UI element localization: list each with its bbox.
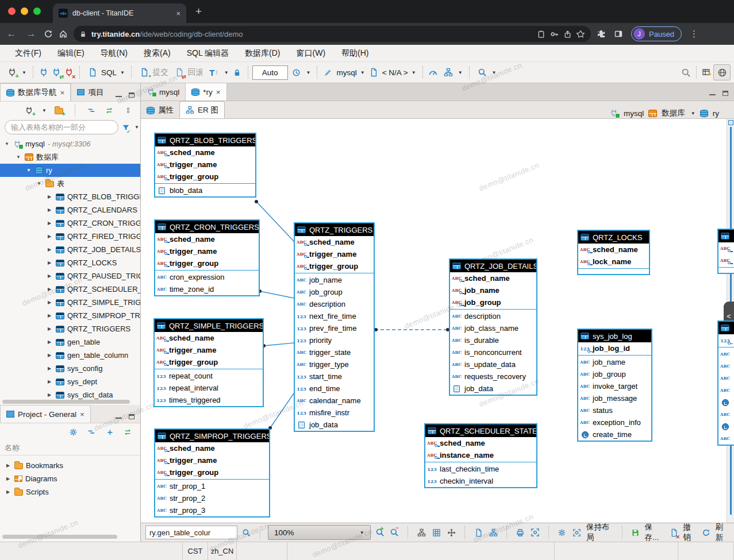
entity-pk-row[interactable]: ABCsched_name <box>155 233 259 245</box>
relation-line-3[interactable] <box>270 393 294 428</box>
reload-icon[interactable] <box>44 29 53 38</box>
entity-pk-row[interactable]: ABCtrigger_name <box>295 248 374 260</box>
save-floppy-icon[interactable] <box>630 526 641 539</box>
entity-header[interactable]: QRTZ_TRIGGERS <box>295 223 374 236</box>
collapsed-arrow-icon[interactable]: ▶ <box>46 194 53 199</box>
subtab-properties[interactable]: 属性 <box>141 102 179 118</box>
entity-pk-row[interactable]: ABCsched_name <box>155 146 255 159</box>
refresh-icon[interactable] <box>701 526 712 539</box>
entity-pk-row[interactable]: ABCtrigger_group <box>155 356 263 368</box>
pencil-icon[interactable] <box>321 65 334 79</box>
tab-database-navigator[interactable]: 数据库导航 × <box>0 83 71 101</box>
tree-item-databases-folder[interactable]: ▼数据库 <box>0 150 140 164</box>
collapsed-arrow-icon[interactable]: ▶ <box>46 234 53 239</box>
maximize-panel-icon[interactable] <box>129 92 134 98</box>
tree-item-tables-folder[interactable]: ▼表 <box>0 177 140 190</box>
entity-field-row[interactable]: ABC <box>718 348 734 360</box>
collapsed-arrow-icon[interactable]: ▶ <box>46 273 53 279</box>
collapsed-arrow-icon[interactable]: ▶ <box>46 379 53 384</box>
lock-toolbar-icon[interactable] <box>231 65 244 79</box>
menu-item-0[interactable]: 文件(F) <box>7 48 49 59</box>
show-attributes-icon[interactable] <box>487 526 499 539</box>
collapsed-arrow-icon[interactable]: ▶ <box>46 221 53 226</box>
project-item-bookmarks[interactable]: ▶Bookmarks <box>0 459 140 472</box>
keep-layout-label[interactable]: 保持布局 <box>586 522 614 543</box>
tree-item-qrtz-paused-triggers[interactable]: ▶QRTZ_PAUSED_TRIGGERS <box>0 269 140 283</box>
sql-editor-button[interactable]: SQL▼ <box>84 65 127 80</box>
clipboard-icon[interactable] <box>537 30 545 38</box>
collapsed-arrow-icon[interactable]: ▶ <box>46 366 53 371</box>
entity-pk-row[interactable]: ABCtrigger_name <box>155 454 269 466</box>
diagram-settings-gear-icon[interactable] <box>556 526 568 539</box>
breadcrumb-connection[interactable]: mysql <box>624 109 644 118</box>
collapsed-arrow-icon[interactable]: ▶ <box>46 353 53 358</box>
tree-item-qrtz-blob-triggers[interactable]: ▶QRTZ_BLOB_TRIGGERS <box>0 190 140 203</box>
relation-line-0[interactable] <box>256 202 295 242</box>
collapsed-arrow-icon[interactable]: ▶ <box>46 300 53 305</box>
tree-item-qrtz-triggers[interactable]: ▶QRTZ_TRIGGERS <box>0 322 140 335</box>
password-key-icon[interactable] <box>550 30 559 38</box>
er-diagram-canvas[interactable]: < QRTZ_BLOB_TRIGGERSABCsched_nameABCtrig… <box>141 119 734 523</box>
entity-field-row[interactable]: blob_data <box>155 184 255 196</box>
entity-simple[interactable]: QRTZ_SIMPLE_TRIGGERSABCsched_nameABCtrig… <box>153 318 264 407</box>
auto-layout-icon[interactable] <box>416 526 427 539</box>
entity-field-row[interactable]: ABCdescription <box>295 298 374 310</box>
collapsed-arrow-icon[interactable]: ▶ <box>46 260 53 265</box>
breadcrumb-databases[interactable]: 数据库 <box>662 108 685 118</box>
show-comments-icon[interactable] <box>472 526 484 539</box>
forward-icon[interactable]: → <box>24 28 38 40</box>
entity-partial-bottom[interactable]: 123ABCABCABCABCABCABC <box>717 320 734 446</box>
tree-item-gen-table-column[interactable]: ▶gen_table_column <box>0 349 140 362</box>
back-icon[interactable]: ← <box>5 28 18 40</box>
new-folder-icon[interactable]: + <box>52 103 65 117</box>
entity-field-row[interactable]: ABCstr_prop_2 <box>155 492 269 504</box>
entity-pk-row[interactable]: ABCtrigger_name <box>155 159 255 171</box>
entity-field-row[interactable]: 123end_time <box>295 383 374 395</box>
bookmark-star-icon[interactable] <box>577 30 585 38</box>
undo-label[interactable]: 撤销 <box>683 522 697 543</box>
new-connection-icon[interactable]: + <box>22 103 35 117</box>
tree-item-qrtz-simprop-triggers[interactable]: ▶QRTZ_SIMPROP_TRIGGERS <box>0 309 140 322</box>
entity-pk-row[interactable]: ABCtrigger_group <box>155 171 255 183</box>
pan-mode-icon[interactable] <box>445 526 457 539</box>
rollback-button[interactable]: ⇄ 回滚 <box>171 65 206 80</box>
new-connection-button[interactable]: +▼ <box>3 65 29 80</box>
maximize-editor-icon[interactable] <box>723 91 728 96</box>
menu-item-5[interactable]: 数据库(D) <box>237 48 288 59</box>
entity-field-row[interactable]: ABC <box>718 372 734 384</box>
filter-funnel-icon[interactable]: ✓ <box>122 121 130 134</box>
entity-header[interactable]: QRTZ_SIMPLE_TRIGGERS <box>155 319 263 332</box>
breadcrumb-database[interactable]: ry <box>713 109 719 118</box>
transaction-log-button[interactable]: ▼ <box>288 65 313 80</box>
entity-field-row[interactable]: 123last_checkin_time <box>425 463 536 475</box>
reconnect-plug-icon[interactable]: ⇄ <box>50 65 63 79</box>
relation-line-1[interactable] <box>260 291 294 298</box>
collapsed-arrow-icon[interactable]: ▶ <box>5 489 11 495</box>
entity-field-row[interactable]: ABC <box>718 408 734 420</box>
entity-field-row[interactable]: ABC <box>718 384 734 396</box>
close-panel-icon[interactable]: × <box>60 88 65 97</box>
browser-tab[interactable]: <t> db-client - TitanIDE × <box>53 3 186 23</box>
entity-field-row[interactable]: ABCtrigger_state <box>295 346 374 358</box>
close-editor-tab-icon[interactable]: × <box>216 88 221 96</box>
entity-header[interactable]: QRTZ_LOCKS <box>578 231 649 244</box>
tree-hscrollbar[interactable] <box>2 400 130 404</box>
menu-item-1[interactable]: 编辑(E) <box>49 48 93 59</box>
network-tools-button[interactable]: ▼ <box>440 65 465 80</box>
expanded-arrow-icon[interactable]: ▼ <box>25 168 32 173</box>
entity-field-row[interactable]: ABCstr_prop_3 <box>155 504 269 516</box>
entity-field-row[interactable]: job_data <box>450 383 536 395</box>
tree-item-qrtz-locks[interactable]: ▶QRTZ_LOCKS <box>0 256 140 269</box>
collapse-all-icon[interactable] <box>85 103 98 117</box>
print-icon[interactable] <box>514 526 526 539</box>
entity-pk-row[interactable]: 123job_log_id <box>578 342 651 354</box>
minimize-editor-icon[interactable] <box>709 91 716 95</box>
entity-field-row[interactable]: 123repeat_interval <box>155 382 263 394</box>
entity-pk-row[interactable]: ABCinstance_name <box>425 449 536 461</box>
database-doc-icon[interactable] <box>367 65 380 79</box>
auto-commit-combo[interactable]: Auto <box>252 65 288 80</box>
entity-field-row[interactable]: 123times_triggered <box>155 394 263 406</box>
entity-field-row[interactable]: ABCcalendar_name <box>295 395 374 407</box>
refresh-label[interactable]: 刷新 <box>716 522 729 543</box>
tree-item-qrtz-job-details[interactable]: ▶QRTZ_JOB_DETAILS <box>0 243 140 256</box>
